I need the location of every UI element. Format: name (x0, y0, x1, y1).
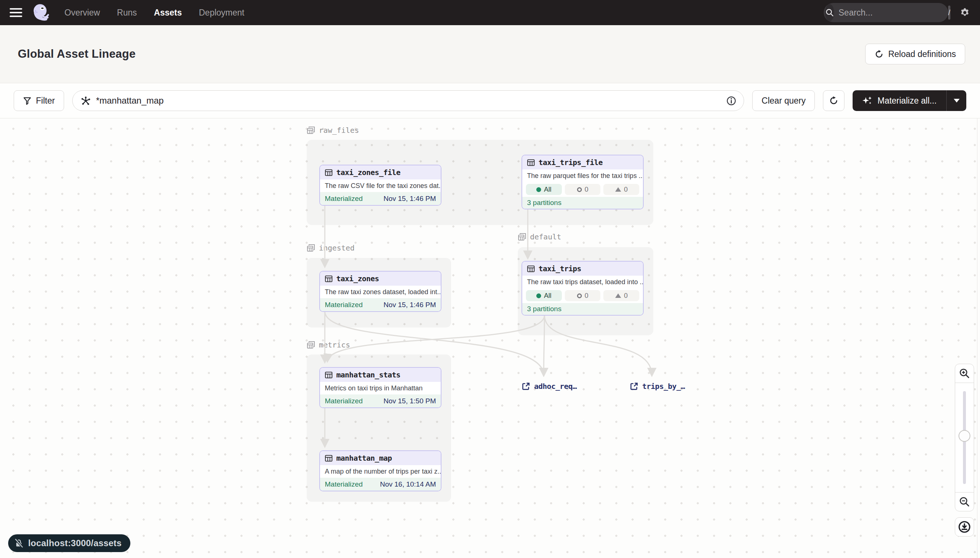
search-shortcut-badge: / (948, 5, 950, 20)
asset-description: The raw parquet files for the taxi trips… (522, 169, 643, 182)
asset-lineage-canvas[interactable]: raw_files ingested default metrics (0, 118, 980, 558)
asset-node-manhattan-stats[interactable]: manhattan_stats Metrics on taxi trips in… (319, 367, 441, 408)
zoom-slider-thumb[interactable] (959, 430, 970, 442)
nav-deployment[interactable]: Deployment (199, 8, 244, 18)
asset-name: taxi_trips (539, 264, 581, 273)
asset-group-icon (307, 341, 315, 349)
asset-group-icon (307, 244, 315, 252)
ring-icon (577, 187, 582, 192)
query-info-icon[interactable] (726, 96, 736, 106)
nav-assets[interactable]: Assets (154, 8, 182, 18)
group-label-ingested[interactable]: ingested (307, 243, 354, 252)
partitions-inprogress-badge[interactable]: 0 (603, 184, 639, 195)
asset-node-taxi-trips[interactable]: taxi_trips The raw taxi trips dataset, l… (522, 261, 644, 316)
asset-description: The raw taxi trips dataset, loaded into … (522, 276, 643, 288)
materialize-all-split-button: Materialize all... (853, 90, 966, 111)
asset-selection-input-wrapper[interactable] (72, 90, 744, 111)
asset-description: A map of the number of trips per taxi z.… (320, 465, 441, 478)
external-asset-adhoc-request[interactable]: adhoc_req… (522, 382, 576, 391)
sparkle-icon (862, 96, 872, 106)
asset-name: manhattan_map (336, 454, 392, 463)
table-icon (325, 371, 333, 379)
asset-group-icon (518, 233, 526, 241)
table-icon (527, 265, 535, 273)
group-label-default[interactable]: default (518, 232, 561, 241)
triangle-icon (615, 294, 621, 298)
refresh-icon (875, 49, 884, 59)
materialize-all-button[interactable]: Materialize all... (853, 90, 946, 111)
asset-status-row: Materialized Nov 16, 10:14 AM (320, 478, 441, 491)
zoom-in-icon (959, 368, 970, 379)
materialized-timestamp: Nov 15, 1:46 PM (383, 195, 436, 203)
partition-badges: All 0 0 (522, 182, 643, 197)
partitions-all-badge[interactable]: All (526, 290, 562, 301)
asset-name: taxi_zones (336, 274, 379, 283)
partitions-inprogress-badge[interactable]: 0 (603, 290, 639, 301)
zoom-in-button[interactable] (955, 364, 974, 383)
materialize-options-dropdown[interactable] (946, 90, 966, 111)
asset-group-icon (307, 126, 315, 135)
partitions-all-badge[interactable]: All (526, 184, 562, 195)
asset-node-manhattan-map[interactable]: manhattan_map A map of the number of tri… (319, 450, 441, 491)
dagster-logo-icon[interactable] (30, 2, 51, 23)
partitions-failed-badge[interactable]: 0 (565, 184, 601, 195)
asset-node-taxi-zones-file[interactable]: taxi_zones_file The raw CSV file for the… (319, 165, 441, 206)
reload-definitions-button[interactable]: Reload definitions (865, 44, 965, 64)
filter-funnel-icon (23, 97, 31, 105)
clear-query-button[interactable]: Clear query (752, 90, 815, 111)
partitions-failed-badge[interactable]: 0 (565, 290, 601, 301)
zoom-out-button[interactable] (955, 492, 974, 511)
materialized-label: Materialized (325, 301, 362, 309)
menu-icon[interactable] (10, 8, 22, 17)
materialized-label: Materialized (325, 480, 362, 488)
partitions-count-label: 3 partitions (522, 197, 643, 209)
external-asset-trips-by[interactable]: trips_by_… (630, 382, 685, 391)
group-label-metrics[interactable]: metrics (307, 340, 350, 349)
external-link-icon (630, 382, 639, 391)
group-label-raw-files[interactable]: raw_files (307, 126, 359, 135)
partition-badges: All 0 0 (522, 288, 643, 303)
triangle-icon (615, 187, 621, 192)
table-icon (325, 455, 333, 462)
asset-status-row: Materialized Nov 15, 1:46 PM (320, 298, 441, 311)
op-selector-graph-icon (81, 96, 91, 106)
primary-nav: Overview Runs Assets Deployment (64, 8, 244, 18)
partitions-count-label: 3 partitions (522, 303, 643, 315)
nav-runs[interactable]: Runs (117, 8, 137, 18)
global-search[interactable]: / (824, 3, 948, 22)
search-input[interactable] (834, 8, 948, 18)
page-header: Global Asset Lineage Reload definitions (0, 25, 980, 83)
success-dot-icon (536, 187, 541, 192)
table-icon (527, 159, 535, 166)
filter-button[interactable]: Filter (14, 90, 64, 111)
scrollbar-track[interactable] (977, 118, 977, 558)
asset-name: manhattan_stats (336, 370, 400, 379)
asset-node-taxi-trips-file[interactable]: taxi_trips_file The raw parquet files fo… (522, 155, 644, 209)
asset-node-taxi-zones[interactable]: taxi_zones The raw taxi zones dataset, l… (319, 271, 441, 312)
zoom-slider[interactable] (955, 382, 974, 492)
materialized-label: Materialized (325, 397, 362, 405)
search-icon (825, 4, 834, 21)
status-url-text: localhost:3000/assets (28, 538, 122, 548)
materialized-timestamp: Nov 15, 1:50 PM (383, 397, 436, 405)
insecure-lock-icon (14, 538, 24, 548)
asset-status-row: Materialized Nov 15, 1:50 PM (320, 394, 441, 407)
settings-gear-icon[interactable] (959, 7, 970, 18)
asset-name: taxi_trips_file (539, 158, 603, 167)
chevron-down-icon (954, 99, 960, 102)
download-image-button[interactable] (955, 517, 974, 537)
lineage-toolbar: Filter Clear query Materialize all... (0, 83, 980, 118)
materialized-timestamp: Nov 15, 1:46 PM (383, 301, 436, 309)
materialized-label: Materialized (325, 195, 362, 203)
refresh-graph-button[interactable] (823, 90, 845, 111)
page-title: Global Asset Lineage (18, 48, 135, 61)
zoom-out-icon (959, 496, 970, 507)
table-icon (325, 169, 333, 177)
nav-overview[interactable]: Overview (64, 8, 100, 18)
asset-name: taxi_zones_file (336, 168, 400, 177)
asset-status-row: Materialized Nov 15, 1:46 PM (320, 192, 441, 205)
table-icon (325, 275, 333, 283)
ring-icon (577, 294, 582, 298)
asset-description: Metrics on taxi trips in Manhattan (320, 382, 441, 394)
asset-selection-input[interactable] (96, 95, 721, 106)
